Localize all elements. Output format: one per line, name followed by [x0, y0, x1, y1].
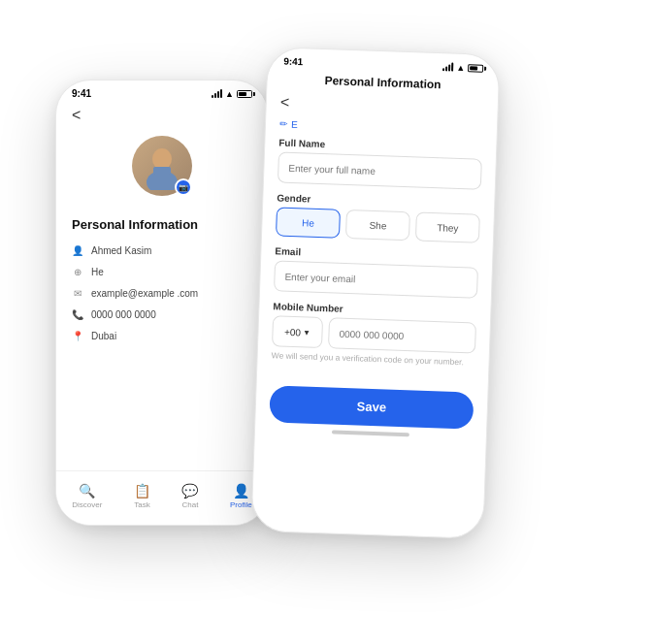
- home-indicator: [332, 430, 409, 436]
- nav-discover[interactable]: 🔍 Discover: [72, 483, 102, 509]
- country-code-text: +00: [284, 326, 301, 338]
- status-time-left: 9:41: [72, 88, 91, 99]
- battery-icon-right: [468, 64, 483, 73]
- mobile-group: Mobile Number +00 ▼ We will send you a v…: [271, 301, 476, 369]
- nav-chat[interactable]: 💬 Chat: [181, 483, 198, 509]
- profile-location: Dubai: [91, 331, 116, 341]
- status-icons-left: ▲: [212, 89, 252, 99]
- battery-icon: [237, 90, 252, 98]
- task-icon: 📋: [134, 483, 150, 499]
- person-icon: 👤: [72, 244, 83, 256]
- section-title-left: Personal Information: [56, 217, 268, 232]
- avatar-wrapper: 📷: [132, 136, 192, 196]
- phone-icon: 📞: [72, 308, 83, 320]
- gender-they-button[interactable]: They: [415, 211, 480, 242]
- nav-profile-label: Profile: [230, 500, 252, 509]
- save-label: Save: [356, 400, 386, 415]
- form-scroll: Full Name Gender He She They Email Mobil…: [257, 133, 497, 383]
- back-button-left[interactable]: <: [56, 103, 268, 128]
- info-list: 👤 Ahmed Kasim ⊕ He ✉ example@example .co…: [56, 240, 268, 346]
- profile-icon: 👤: [233, 483, 249, 499]
- chat-icon: 💬: [181, 483, 198, 499]
- location-icon: 📍: [72, 330, 83, 341]
- gender-he-button[interactable]: He: [276, 207, 341, 238]
- bottom-nav: 🔍 Discover 📋 Task 💬 Chat 👤 Profile: [56, 470, 268, 525]
- signal-icon: [212, 89, 222, 98]
- wifi-icon: ▲: [225, 89, 234, 99]
- country-code-selector[interactable]: +00 ▼: [272, 315, 323, 348]
- avatar-edit-badge[interactable]: 📷: [175, 178, 192, 196]
- status-bar-left: 9:41 ▲: [56, 80, 268, 103]
- phone-input-row: +00 ▼: [272, 315, 476, 353]
- gender-group: Gender He She They: [276, 192, 480, 242]
- info-item-email: ✉ example@example .com: [72, 282, 252, 304]
- email-input[interactable]: [274, 260, 478, 298]
- gender-icon: ⊕: [72, 266, 83, 277]
- full-name-input[interactable]: [278, 151, 482, 189]
- info-item-phone: 📞 0000 000 0000: [72, 304, 252, 325]
- sms-hint: We will send you a verification code on …: [271, 350, 474, 369]
- nav-task-label: Task: [134, 500, 149, 509]
- phone-right: 9:41 ▲ Personal Information < ✏ E: [250, 47, 500, 539]
- svg-rect-2: [153, 167, 171, 175]
- full-name-group: Full Name: [278, 137, 483, 189]
- email-group: Email: [274, 245, 479, 298]
- info-item-name: 👤 Ahmed Kasim: [72, 240, 252, 261]
- profile-name: Ahmed Kasim: [91, 245, 151, 256]
- signal-icon-right: [442, 62, 453, 71]
- nav-discover-label: Discover: [72, 500, 102, 509]
- phones-container: 9:41 ▲ <: [36, 21, 618, 623]
- profile-phone: 0000 000 0000: [91, 309, 156, 320]
- profile-gender: He: [91, 267, 104, 277]
- gender-she-button[interactable]: She: [345, 209, 410, 241]
- info-item-location: 📍 Dubai: [72, 325, 252, 346]
- phone-left: 9:41 ▲ <: [55, 80, 269, 526]
- discover-icon: 🔍: [79, 483, 95, 499]
- status-icons-right: ▲: [442, 62, 483, 73]
- save-button[interactable]: Save: [269, 385, 474, 429]
- edit-label: E: [291, 119, 298, 130]
- status-time-right: 9:41: [283, 56, 303, 68]
- camera-icon: 📷: [179, 183, 188, 192]
- nav-task[interactable]: 📋 Task: [134, 483, 150, 509]
- gender-buttons: He She They: [276, 207, 480, 242]
- svg-point-0: [152, 148, 172, 170]
- mobile-number-input[interactable]: [328, 317, 476, 353]
- profile-email: example@example .com: [91, 288, 198, 299]
- info-item-gender: ⊕ He: [72, 261, 252, 282]
- profile-section: 📷: [56, 128, 268, 208]
- edit-icon: ✏: [279, 118, 287, 129]
- nav-profile[interactable]: 👤 Profile: [230, 483, 252, 509]
- wifi-icon-right: ▲: [456, 62, 465, 72]
- email-icon: ✉: [72, 287, 83, 299]
- chevron-down-icon: ▼: [303, 328, 311, 337]
- nav-chat-label: Chat: [182, 500, 199, 509]
